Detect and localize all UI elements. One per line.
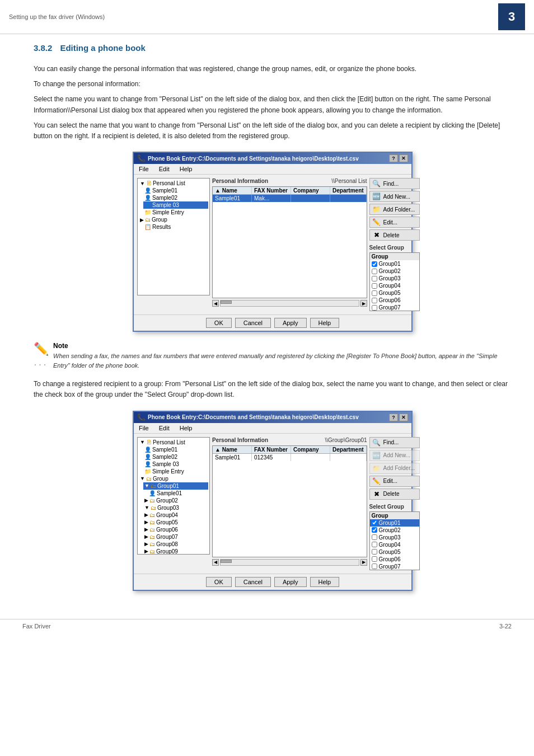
group-item-06-2[interactable]: Group06 bbox=[370, 556, 419, 563]
apply-btn-1[interactable]: Apply bbox=[274, 318, 307, 328]
group-checkbox-05-2[interactable] bbox=[372, 549, 377, 555]
tree2-simple-entry[interactable]: 📁 Simple Entry bbox=[143, 468, 208, 475]
menu-edit-2[interactable]: Edit bbox=[157, 424, 171, 432]
cancel-btn-2[interactable]: Cancel bbox=[235, 577, 271, 587]
apply-btn-2[interactable]: Apply bbox=[274, 577, 307, 587]
tree-sample03-1[interactable]: 👤 Sample 03 bbox=[143, 201, 208, 209]
group-item-03-1[interactable]: Group03 bbox=[370, 275, 419, 282]
group-icon-9: 🗂 bbox=[149, 534, 155, 540]
tree2-group06[interactable]: ▶ 🗂 Group06 bbox=[143, 526, 208, 533]
group-item-07-2[interactable]: Group07 bbox=[370, 563, 419, 570]
tree2-sample03[interactable]: 👤 Sample 03 bbox=[143, 461, 208, 468]
group-item-05-1[interactable]: Group05 bbox=[370, 289, 419, 297]
group-checkbox-02-2[interactable] bbox=[372, 527, 377, 533]
dialog1-help-btn[interactable]: ? bbox=[389, 154, 398, 162]
edit-btn-1[interactable]: ✏️ Edit... bbox=[369, 217, 420, 228]
tree2-group05[interactable]: ▶ 🗂 Group05 bbox=[143, 519, 208, 526]
delete-btn-1[interactable]: ✖ Delete bbox=[369, 229, 420, 241]
ok-btn-2[interactable]: OK bbox=[206, 577, 232, 587]
tree2-group[interactable]: ▼ 🗂 Group bbox=[139, 475, 208, 482]
group-list-2[interactable]: Group Group01 Group02 Group03 bbox=[369, 511, 420, 570]
tree2-group09[interactable]: ▶ 🗂 Group09 bbox=[143, 548, 208, 555]
dialog1-hscroll[interactable]: ◀ ▶ bbox=[212, 300, 367, 307]
dialog1-close-btn[interactable]: ✕ bbox=[399, 154, 408, 162]
group-checkbox-01-2[interactable] bbox=[372, 520, 377, 525]
group-item-03-2[interactable]: Group03 bbox=[370, 534, 419, 541]
group-item-02-2[interactable]: Group02 bbox=[370, 527, 419, 534]
tree-sample02-1[interactable]: 👤 Sample02 bbox=[143, 194, 208, 201]
delete-btn-2[interactable]: ✖ Delete bbox=[369, 489, 420, 500]
dialog1-tree[interactable]: ▼ 🖹 Personal List 👤 Sample01 👤 Sample02 … bbox=[137, 178, 210, 295]
group-checkbox-07-1[interactable] bbox=[372, 305, 377, 311]
dialog2-row-1[interactable]: Sample01 012345 bbox=[213, 454, 367, 461]
tree2-group08[interactable]: ▶ 🗂 Group08 bbox=[143, 541, 208, 548]
help-btn-1[interactable]: Help bbox=[310, 318, 340, 328]
menu-help-2[interactable]: Help bbox=[178, 424, 194, 432]
menu-file-1[interactable]: File bbox=[137, 165, 151, 173]
group-checkbox-02-1[interactable] bbox=[372, 269, 377, 274]
group-item-07-1[interactable]: Group07 bbox=[370, 304, 419, 311]
menu-file-2[interactable]: File bbox=[137, 424, 151, 432]
dialog2-tree[interactable]: ▼ 🖹 Personal List 👤 Sample01 👤 Sample02 … bbox=[137, 437, 210, 555]
find-btn-1[interactable]: 🔍 Find... bbox=[369, 178, 420, 189]
dialog2-help-btn[interactable]: ? bbox=[389, 414, 398, 421]
group-item-01-1[interactable]: Group01 bbox=[370, 260, 419, 267]
dialog1-row-1[interactable]: Sample01 Mak... bbox=[213, 195, 367, 202]
scroll-left-2[interactable]: ◀ bbox=[212, 559, 219, 566]
tree2-group03[interactable]: ▼ 🗂 Group03 bbox=[143, 504, 208, 511]
add-folder-btn-1[interactable]: 📁 Add Folder... bbox=[369, 204, 420, 215]
tree2-group07[interactable]: ▶ 🗂 Group07 bbox=[143, 533, 208, 541]
group-icon-11: 🗂 bbox=[149, 548, 155, 555]
tree-sample01-1[interactable]: 👤 Sample01 bbox=[143, 187, 208, 194]
tree-personal-list-2[interactable]: ▼ 🖹 Personal List bbox=[139, 439, 208, 446]
help-btn-2[interactable]: Help bbox=[310, 577, 340, 587]
menu-edit-1[interactable]: Edit bbox=[157, 165, 171, 173]
add-new-btn-1[interactable]: 🆕 Add New... bbox=[369, 191, 420, 202]
group-item-05-2[interactable]: Group05 bbox=[370, 548, 419, 556]
edit-btn-2[interactable]: ✏️ Edit... bbox=[369, 476, 420, 487]
group-checkbox-06-2[interactable] bbox=[372, 556, 377, 562]
tree2-group01[interactable]: ▼ 🗂 Group01 bbox=[143, 482, 208, 490]
scroll-right-2[interactable]: ▶ bbox=[360, 559, 367, 566]
group-checkbox-04-2[interactable] bbox=[372, 542, 377, 547]
ok-btn-1[interactable]: OK bbox=[206, 318, 232, 328]
add-new-btn-2[interactable]: 🆕 Add New... bbox=[369, 450, 420, 461]
tree-simple-entry-1[interactable]: 📁 Simple Entry bbox=[143, 209, 208, 216]
dialog1-table-header: ▲ Name FAX Number Company Department bbox=[213, 187, 367, 195]
group-checkbox-04-1[interactable] bbox=[372, 283, 377, 289]
tree2-group01-sample01[interactable]: 👤 Sample01 bbox=[148, 490, 208, 497]
scroll-thumb-2[interactable] bbox=[221, 560, 232, 563]
scroll-track-1[interactable] bbox=[220, 300, 359, 307]
tree-group-1[interactable]: ▶ 🗂 Group bbox=[139, 216, 208, 223]
cancel-btn-1[interactable]: Cancel bbox=[235, 318, 271, 328]
tree2-sample02[interactable]: 👤 Sample02 bbox=[143, 453, 208, 461]
group-item-04-2[interactable]: Group04 bbox=[370, 541, 419, 548]
group-checkbox-07-2[interactable] bbox=[372, 564, 377, 569]
tree-results-1[interactable]: 📋 Results bbox=[143, 223, 208, 231]
group-item-06-1[interactable]: Group06 bbox=[370, 297, 419, 304]
menu-help-1[interactable]: Help bbox=[178, 165, 194, 173]
dialog2-close-btn[interactable]: ✕ bbox=[399, 414, 408, 421]
group-item-04-1[interactable]: Group04 bbox=[370, 282, 419, 289]
tree2-sample01[interactable]: 👤 Sample01 bbox=[143, 446, 208, 453]
group-checkbox-03-2[interactable] bbox=[372, 534, 377, 540]
tree2-group02[interactable]: ▶ 🗂 Group02 bbox=[143, 497, 208, 504]
delete-icon-2: ✖ bbox=[372, 490, 381, 498]
tree2-group04[interactable]: ▶ 🗂 Group04 bbox=[143, 511, 208, 519]
group-checkbox-01-1[interactable] bbox=[372, 261, 377, 267]
scroll-left-1[interactable]: ◀ bbox=[212, 300, 219, 307]
group-checkbox-03-1[interactable] bbox=[372, 276, 377, 281]
tree-personal-list-1[interactable]: ▼ 🖹 Personal List bbox=[139, 180, 208, 187]
add-folder-btn-2[interactable]: 📁 Add Folder... bbox=[369, 463, 420, 474]
group-checkbox-06-1[interactable] bbox=[372, 298, 377, 303]
group-item-01-2[interactable]: Group01 bbox=[370, 519, 419, 527]
dialog2-hscroll[interactable]: ◀ ▶ bbox=[212, 559, 367, 566]
scroll-track-2[interactable] bbox=[220, 559, 359, 566]
group-item-02-1[interactable]: Group02 bbox=[370, 267, 419, 275]
group-checkbox-05-1[interactable] bbox=[372, 290, 377, 296]
scroll-right-1[interactable]: ▶ bbox=[360, 300, 367, 307]
group-list-1[interactable]: Group Group01 Group02 Group03 bbox=[369, 252, 420, 311]
find-btn-2[interactable]: 🔍 Find... bbox=[369, 437, 420, 448]
col-header-dept-1: Department bbox=[330, 187, 367, 194]
scroll-thumb-1[interactable] bbox=[221, 300, 232, 304]
